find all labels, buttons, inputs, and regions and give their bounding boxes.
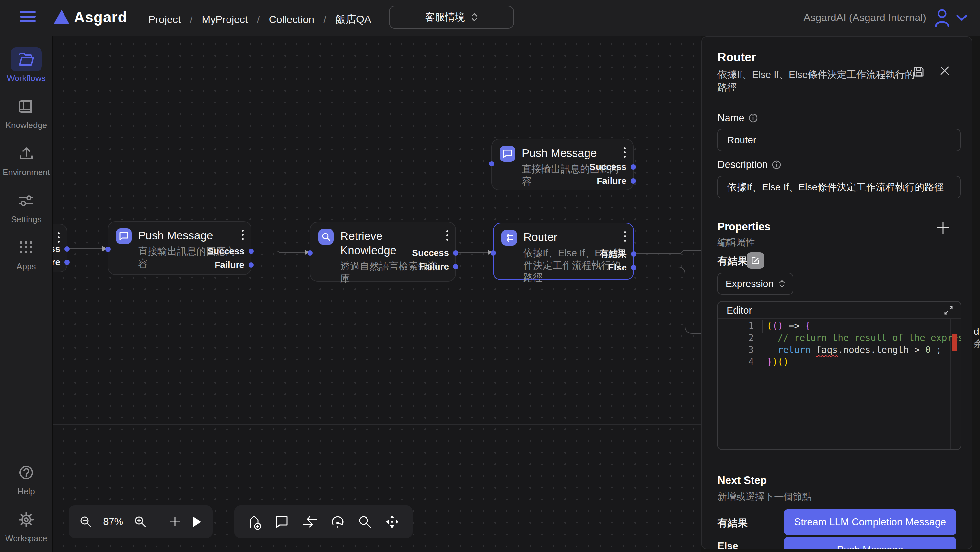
property-type-value: Expression (725, 278, 773, 289)
output-port-failure[interactable] (453, 264, 458, 269)
output-port-success[interactable] (631, 164, 636, 170)
upload-icon (11, 141, 42, 165)
property-type-select[interactable]: Expression (718, 273, 793, 295)
hamburger-menu-icon[interactable] (20, 11, 36, 25)
book-icon (11, 94, 42, 118)
breadcrumb-separator: / (257, 14, 260, 26)
add-node-icon[interactable] (248, 514, 262, 530)
port-label-success: Success (207, 246, 244, 257)
code-line[interactable]: return faqs.nodes.length > 0 ; (767, 345, 942, 355)
connection-icon[interactable] (302, 515, 318, 528)
sidebar-label: Workspace (5, 533, 47, 544)
play-icon[interactable] (191, 516, 202, 528)
top-navbar: Asgard Project / MyProject / Collection … (0, 0, 980, 36)
port-label-result: 有結果 (600, 248, 627, 260)
apps-grid-icon (11, 236, 42, 260)
port-label-else: Else (608, 262, 627, 273)
comment-icon[interactable] (275, 515, 289, 529)
output-port-failure[interactable] (248, 262, 254, 268)
node-router[interactable]: Router 依據If、Else If、Else條件決定工作流程執行的路徑 有結… (493, 223, 634, 280)
code-line[interactable]: (() => { (767, 321, 810, 331)
breadcrumb-separator: / (190, 14, 193, 26)
canvas-tools-toolbar (234, 505, 412, 538)
port-label-success: Success (590, 162, 627, 172)
port-label-success: Success (53, 244, 60, 254)
environment-select[interactable]: 客服情境 (389, 6, 514, 29)
breadcrumb-workflow[interactable]: 飯店QA (336, 12, 371, 27)
node-push-message-mid[interactable]: Push Message 直接輸出訊息的回應內容 Success Failure (108, 221, 251, 275)
sidebar-label: Knowledge (5, 120, 47, 130)
node-push-message-top[interactable]: Push Message 直接輸出訊息的回應內容 Success Failure (491, 139, 633, 190)
code-line[interactable]: // return the result of the expression (767, 332, 961, 343)
info-icon[interactable] (772, 160, 781, 170)
editor-header: Editor (718, 302, 961, 319)
panel-divider (702, 211, 972, 211)
output-port-failure[interactable] (631, 179, 636, 183)
breadcrumb-myproject[interactable]: MyProject (202, 14, 248, 26)
line-number: 1 (718, 321, 754, 331)
user-icon[interactable] (934, 8, 950, 27)
node-title: Push Message (522, 146, 619, 160)
navigator-icon[interactable] (385, 515, 399, 529)
kebab-menu-icon[interactable] (446, 230, 448, 241)
save-icon[interactable] (913, 66, 924, 77)
output-port-success[interactable] (453, 250, 458, 255)
edit-icon[interactable] (747, 252, 764, 268)
kebab-menu-icon[interactable] (624, 147, 626, 158)
editor-header-divider (718, 319, 961, 319)
output-port-success[interactable] (65, 246, 70, 252)
account-chevron-down-icon[interactable] (956, 14, 968, 21)
rotate-icon[interactable] (331, 515, 345, 529)
sidebar-item-help[interactable]: Help (0, 461, 53, 496)
close-icon[interactable] (940, 65, 950, 76)
canvas-search-icon[interactable] (358, 515, 372, 529)
kebab-menu-icon[interactable] (242, 230, 244, 240)
output-port-else[interactable] (631, 265, 636, 270)
output-port-result[interactable] (631, 251, 636, 257)
sidebar-label: Environment (3, 168, 50, 177)
zoom-out-icon[interactable] (80, 515, 92, 528)
zoom-toolbar: 87% (69, 505, 213, 538)
line-number: 2 (718, 332, 754, 343)
next-step-button-else[interactable]: Push Message (784, 537, 956, 549)
sidebar-label: Workflows (7, 73, 45, 83)
edges-layer (53, 36, 701, 552)
code-line[interactable]: })() (767, 356, 789, 367)
zoom-in-icon[interactable] (134, 515, 147, 528)
output-port-failure[interactable] (65, 260, 70, 265)
plus-icon[interactable] (936, 220, 950, 235)
add-icon[interactable] (169, 516, 181, 528)
chat-bubble-icon (116, 228, 132, 244)
sidebar-item-knowledge[interactable]: Knowledge (0, 94, 53, 130)
port-label-success: Success (412, 248, 449, 258)
description-input[interactable]: 依據If、Else If、Else條件決定工作流程執行的路徑 (718, 176, 961, 198)
output-port-success[interactable] (248, 249, 254, 254)
gear-icon (11, 507, 42, 531)
sidebar-label: Help (18, 487, 35, 496)
node-push-message-partial[interactable]: Success Failure (53, 224, 67, 273)
breadcrumb-project[interactable]: Project (148, 14, 181, 26)
workflow-canvas[interactable]: Success Failure Push Message 直接輸出訊息的回應內容… (53, 36, 701, 552)
sidebar-item-workspace[interactable]: Workspace (0, 507, 53, 544)
input-port[interactable] (491, 250, 496, 255)
node-retrieve-knowledge[interactable]: Retrieve Knowledge 透過自然語言檢索知識庫 Success F… (310, 222, 456, 281)
input-port[interactable] (105, 247, 110, 252)
sidebar-item-workflows[interactable]: Workflows (0, 47, 53, 83)
sidebar-item-settings[interactable]: Settings (0, 188, 53, 225)
kebab-menu-icon[interactable] (624, 231, 626, 242)
expression-editor[interactable]: Editor 1 2 3 4 (() => { // return the re… (718, 301, 961, 450)
next-step-button-result[interactable]: Stream LLM Completion Message (784, 509, 956, 536)
next-step-row-label: Else (718, 540, 738, 549)
kebab-menu-icon[interactable] (58, 232, 60, 242)
sidebar-item-environment[interactable]: Environment (0, 141, 53, 177)
sidebar-item-apps[interactable]: Apps (0, 236, 53, 271)
name-input[interactable]: Router (718, 129, 961, 152)
swap-arrows-icon (501, 230, 517, 246)
chat-bubble-icon (500, 146, 515, 161)
expand-icon[interactable] (944, 306, 953, 315)
breadcrumb-collection[interactable]: Collection (269, 14, 315, 26)
port-label-failure: Failure (597, 176, 627, 186)
info-icon[interactable] (748, 113, 758, 123)
input-port[interactable] (307, 250, 313, 255)
input-port[interactable] (489, 161, 494, 166)
